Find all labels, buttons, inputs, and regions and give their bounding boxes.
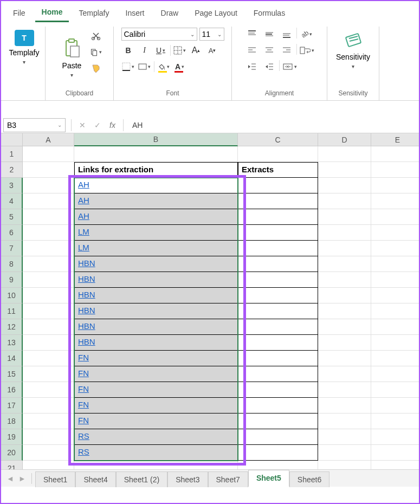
cell-B20[interactable]: RS: [74, 445, 238, 461]
row-header-9[interactable]: 9: [1, 272, 23, 288]
orientation-button[interactable]: ab▾: [299, 28, 314, 41]
cell-C11[interactable]: [238, 303, 318, 319]
row-header-17[interactable]: 17: [1, 398, 23, 413]
col-header-b[interactable]: B: [74, 133, 238, 146]
tab-file[interactable]: File: [7, 4, 32, 22]
tab-page-layout[interactable]: Page Layout: [188, 4, 244, 22]
align-top-button[interactable]: [244, 28, 260, 41]
sheet-tab-sheet1[interactable]: Sheet1: [35, 471, 75, 487]
increase-font-button[interactable]: A▴: [189, 44, 203, 57]
cell-D11[interactable]: [318, 303, 371, 319]
merge-center-button[interactable]: ▾: [282, 60, 297, 73]
cell-A14[interactable]: [23, 351, 74, 366]
cell-D12[interactable]: [318, 319, 371, 335]
cell-A7[interactable]: [23, 241, 74, 256]
cell-C17[interactable]: [238, 398, 318, 413]
row-header-7[interactable]: 7: [1, 241, 23, 256]
hyperlink[interactable]: FN: [78, 384, 89, 393]
cell-B14[interactable]: FN: [74, 351, 238, 366]
row-header-1[interactable]: 1: [1, 146, 23, 162]
cell-A21[interactable]: [23, 461, 74, 469]
cell-A19[interactable]: [23, 429, 74, 445]
cell-B7[interactable]: LM: [74, 241, 238, 256]
cell-C19[interactable]: [238, 429, 318, 445]
decrease-font-button[interactable]: A▾: [205, 44, 219, 57]
cell-B10[interactable]: HBN: [74, 288, 238, 303]
cell-A11[interactable]: [23, 303, 74, 319]
hyperlink[interactable]: LM: [78, 227, 89, 236]
row-header-8[interactable]: 8: [1, 256, 23, 272]
cell-D17[interactable]: [318, 398, 371, 413]
align-middle-button[interactable]: [262, 28, 277, 41]
cell-D2[interactable]: [318, 162, 371, 178]
cell-C10[interactable]: [238, 288, 318, 303]
hyperlink[interactable]: RS: [78, 447, 89, 456]
cell-E3[interactable]: [371, 178, 419, 193]
cell-A13[interactable]: [23, 335, 74, 351]
hyperlink[interactable]: FN: [78, 353, 89, 362]
row-header-13[interactable]: 13: [1, 335, 23, 351]
formula-value[interactable]: AH: [127, 121, 143, 130]
cell-C18[interactable]: [238, 413, 318, 429]
borders-bottom-button[interactable]: ▾: [121, 60, 135, 73]
cell-A8[interactable]: [23, 256, 74, 272]
cell-E4[interactable]: [371, 193, 419, 209]
cell-C8[interactable]: [238, 256, 318, 272]
tab-draw[interactable]: Draw: [154, 4, 185, 22]
cell-E1[interactable]: [371, 146, 419, 162]
row-header-15[interactable]: 15: [1, 366, 23, 382]
cell-E6[interactable]: [371, 225, 419, 241]
align-right-button[interactable]: [279, 44, 294, 57]
hyperlink[interactable]: FN: [78, 400, 89, 409]
hyperlink[interactable]: HBN: [78, 274, 95, 283]
cell-A4[interactable]: [23, 193, 74, 209]
cell-C5[interactable]: [238, 209, 318, 225]
cells-area[interactable]: Links for extractionExtractsAHAHAHLMLMHB…: [23, 146, 419, 469]
cell-A3[interactable]: [23, 178, 74, 193]
cell-D1[interactable]: [318, 146, 371, 162]
cell-B3[interactable]: AH: [74, 178, 238, 193]
cut-button[interactable]: [90, 30, 102, 42]
cell-D9[interactable]: [318, 272, 371, 288]
col-header-c[interactable]: C: [238, 133, 318, 146]
sheet-tab-sheet6[interactable]: Sheet6: [289, 471, 329, 487]
cell-A15[interactable]: [23, 366, 74, 382]
hyperlink[interactable]: HBN: [78, 290, 95, 299]
cell-A12[interactable]: [23, 319, 74, 335]
templafy-button[interactable]: T Templafy ▾: [4, 28, 43, 67]
cell-D15[interactable]: [318, 366, 371, 382]
bold-button[interactable]: B: [121, 44, 135, 57]
hyperlink[interactable]: RS: [78, 431, 89, 441]
cell-D20[interactable]: [318, 445, 371, 461]
cell-C13[interactable]: [238, 335, 318, 351]
cell-E16[interactable]: [371, 382, 419, 398]
row-header-6[interactable]: 6: [1, 225, 23, 241]
tab-insert[interactable]: Insert: [119, 4, 151, 22]
cancel-formula-button[interactable]: ✕: [75, 118, 90, 132]
sheet-tab-sheet1-2-[interactable]: Sheet1 (2): [116, 471, 167, 487]
row-header-10[interactable]: 10: [1, 288, 23, 303]
cell-B19[interactable]: RS: [74, 429, 238, 445]
sheet-tab-sheet4[interactable]: Sheet4: [75, 471, 115, 487]
row-header-11[interactable]: 11: [1, 303, 23, 319]
hyperlink[interactable]: HBN: [78, 337, 95, 346]
row-header-21[interactable]: 21: [1, 461, 23, 469]
cell-E14[interactable]: [371, 351, 419, 366]
hyperlink[interactable]: FN: [78, 369, 89, 378]
cell-C6[interactable]: [238, 225, 318, 241]
cell-E20[interactable]: [371, 445, 419, 461]
format-painter-button[interactable]: [90, 62, 102, 74]
italic-button[interactable]: I: [138, 44, 152, 57]
row-header-14[interactable]: 14: [1, 351, 23, 366]
font-color-button[interactable]: A▾: [173, 60, 187, 73]
cell-A2[interactable]: [23, 162, 74, 178]
tab-templafy[interactable]: Templafy: [72, 4, 115, 22]
cell-A5[interactable]: [23, 209, 74, 225]
cell-A18[interactable]: [23, 413, 74, 429]
name-box[interactable]: B3 ⌄: [3, 118, 66, 132]
cell-C9[interactable]: [238, 272, 318, 288]
more-button[interactable]: [377, 28, 398, 50]
sheet-tab-sheet7[interactable]: Sheet7: [208, 471, 248, 487]
align-center-button[interactable]: [262, 44, 277, 57]
cell-E10[interactable]: [371, 288, 419, 303]
